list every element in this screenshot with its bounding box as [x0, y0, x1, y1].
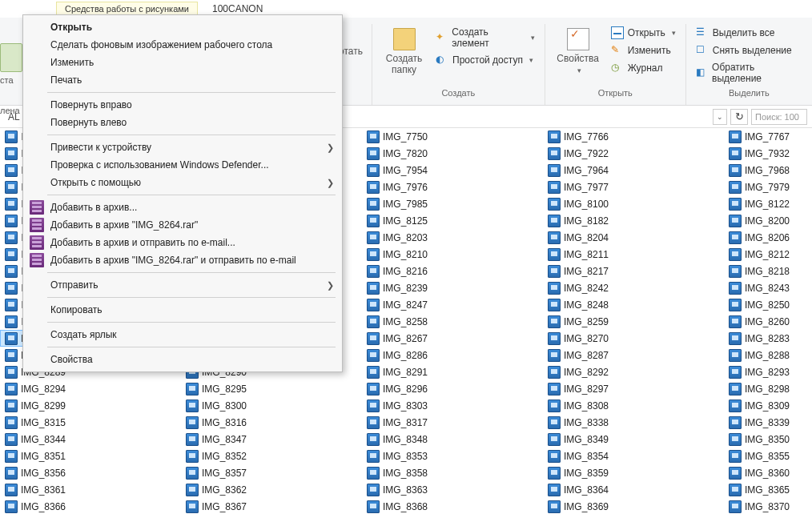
- file-item[interactable]: IMG_8362: [181, 481, 362, 498]
- file-item[interactable]: IMG_8206: [724, 229, 812, 246]
- file-item[interactable]: IMG_8370: [724, 498, 812, 515]
- file-item[interactable]: IMG_8344: [0, 431, 181, 448]
- ctx-rar-add-named[interactable]: Добавить в архив "IMG_8264.rar": [23, 216, 342, 234]
- file-item[interactable]: IMG_8243: [724, 279, 812, 296]
- file-item[interactable]: IMG_7976: [362, 179, 543, 195]
- file-item[interactable]: IMG_8303: [362, 397, 543, 414]
- file-item[interactable]: IMG_8283: [724, 330, 812, 347]
- file-item[interactable]: IMG_8300: [181, 397, 362, 414]
- file-item[interactable]: IMG_8239: [362, 279, 543, 296]
- file-item[interactable]: IMG_8352: [181, 448, 362, 464]
- open-button[interactable]: Открыть ▾: [606, 26, 681, 40]
- file-item[interactable]: IMG_8291: [362, 363, 543, 380]
- file-item[interactable]: IMG_7820: [362, 145, 543, 162]
- file-item[interactable]: IMG_8364: [543, 481, 724, 498]
- ctx-open-with[interactable]: Открыть с помощью❯: [23, 174, 342, 191]
- file-item[interactable]: IMG_8217: [543, 263, 724, 279]
- file-item[interactable]: IMG_8212: [724, 246, 812, 263]
- ctx-rar-email[interactable]: Добавить в архив и отправить по e-mail..…: [23, 234, 342, 251]
- edit-button[interactable]: ✎ Изменить: [606, 43, 681, 58]
- file-item[interactable]: IMG_8339: [724, 414, 812, 431]
- ctx-create-shortcut[interactable]: Создать ярлык: [23, 326, 342, 343]
- file-item[interactable]: IMG_8357: [181, 464, 362, 481]
- ctx-defender-scan[interactable]: Проверка с использованием Windows Defend…: [23, 156, 342, 174]
- file-item[interactable]: IMG_8247: [362, 296, 543, 313]
- file-item[interactable]: IMG_8125: [362, 212, 543, 229]
- ctx-send-to[interactable]: Отправить❯: [23, 276, 342, 294]
- file-item[interactable]: IMG_8211: [543, 246, 724, 263]
- file-item[interactable]: IMG_8258: [362, 313, 543, 330]
- file-item[interactable]: IMG_8360: [724, 464, 812, 481]
- file-item[interactable]: IMG_8366: [0, 498, 181, 515]
- ctx-rotate-right[interactable]: Повернуть вправо: [23, 96, 342, 114]
- ctx-properties[interactable]: Свойства: [23, 351, 342, 368]
- file-item[interactable]: IMG_8293: [724, 363, 812, 380]
- file-item[interactable]: IMG_8250: [724, 296, 812, 313]
- file-item[interactable]: IMG_8286: [362, 347, 543, 363]
- file-item[interactable]: IMG_7985: [362, 195, 543, 212]
- file-item[interactable]: IMG_8355: [724, 448, 812, 464]
- file-item[interactable]: IMG_8359: [543, 464, 724, 481]
- file-item[interactable]: IMG_8367: [181, 498, 362, 515]
- easy-access-button[interactable]: ◐ Простой доступ ▾: [431, 53, 540, 67]
- file-item[interactable]: IMG_8203: [362, 229, 543, 246]
- ctx-set-background[interactable]: Сделать фоновым изображением рабочего ст…: [23, 36, 342, 54]
- file-item[interactable]: IMG_8298: [724, 380, 812, 397]
- refresh-button[interactable]: [730, 109, 748, 125]
- file-item[interactable]: IMG_8361: [0, 481, 181, 498]
- file-item[interactable]: IMG_7977: [543, 179, 724, 195]
- new-item-button[interactable]: ✦ Создать элемент ▾: [431, 26, 540, 50]
- file-item[interactable]: IMG_8349: [543, 431, 724, 448]
- file-item[interactable]: IMG_8182: [543, 212, 724, 229]
- file-item[interactable]: IMG_8299: [0, 397, 181, 414]
- file-item[interactable]: IMG_8347: [181, 431, 362, 448]
- file-item[interactable]: IMG_7932: [724, 145, 812, 162]
- journal-button[interactable]: ◷ Журнал: [606, 61, 681, 75]
- address-history-dropdown[interactable]: ⌄: [713, 109, 727, 125]
- file-item[interactable]: IMG_7964: [543, 162, 724, 179]
- file-item[interactable]: IMG_8287: [543, 347, 724, 363]
- file-item[interactable]: IMG_8351: [0, 448, 181, 464]
- file-item[interactable]: IMG_8315: [0, 414, 181, 431]
- ctx-rar-add[interactable]: Добавить в архив...: [23, 199, 342, 216]
- file-item[interactable]: IMG_8338: [543, 414, 724, 431]
- select-all-button[interactable]: Выделить все: [691, 26, 807, 40]
- file-item[interactable]: IMG_8308: [543, 397, 724, 414]
- file-item[interactable]: IMG_8365: [724, 481, 812, 498]
- deselect-button[interactable]: Снять выделение: [691, 43, 807, 58]
- file-item[interactable]: IMG_8363: [362, 481, 543, 498]
- file-item[interactable]: IMG_8369: [543, 498, 724, 515]
- search-input[interactable]: Поиск: 100: [751, 109, 807, 125]
- file-item[interactable]: IMG_8204: [543, 229, 724, 246]
- ctx-rar-named-email[interactable]: Добавить в архив "IMG_8264.rar" и отправ…: [23, 251, 342, 269]
- file-item[interactable]: IMG_8242: [543, 279, 724, 296]
- file-item[interactable]: IMG_8267: [362, 330, 543, 347]
- file-item[interactable]: IMG_8100: [543, 195, 724, 212]
- invert-selection-button[interactable]: Обратить выделение: [691, 61, 807, 85]
- properties-button[interactable]: Свойства ▾: [550, 24, 606, 78]
- new-folder-button[interactable]: Создать папку: [377, 24, 431, 78]
- file-item[interactable]: IMG_8353: [362, 448, 543, 464]
- file-item[interactable]: IMG_8295: [181, 380, 362, 397]
- file-item[interactable]: IMG_7766: [543, 128, 724, 145]
- file-item[interactable]: IMG_7767: [724, 128, 812, 145]
- ctx-rotate-left[interactable]: Повернуть влево: [23, 114, 342, 131]
- file-item[interactable]: IMG_7968: [724, 162, 812, 179]
- file-item[interactable]: IMG_8309: [724, 397, 812, 414]
- ctx-copy[interactable]: Копировать: [23, 301, 342, 319]
- file-item[interactable]: IMG_8122: [724, 195, 812, 212]
- file-item[interactable]: IMG_8200: [724, 212, 812, 229]
- file-item[interactable]: IMG_8316: [181, 414, 362, 431]
- file-item[interactable]: IMG_8248: [543, 296, 724, 313]
- file-item[interactable]: IMG_8259: [543, 313, 724, 330]
- file-item[interactable]: IMG_7750: [362, 128, 543, 145]
- ctx-print[interactable]: Печать: [23, 71, 342, 89]
- file-item[interactable]: IMG_8317: [362, 414, 543, 431]
- ctx-cast-to-device[interactable]: Привести к устройству❯: [23, 139, 342, 156]
- file-item[interactable]: IMG_8218: [724, 263, 812, 279]
- ctx-edit[interactable]: Изменить: [23, 54, 342, 71]
- file-item[interactable]: IMG_8358: [362, 464, 543, 481]
- file-item[interactable]: IMG_8350: [724, 431, 812, 448]
- file-item[interactable]: IMG_8292: [543, 363, 724, 380]
- file-item[interactable]: IMG_7922: [543, 145, 724, 162]
